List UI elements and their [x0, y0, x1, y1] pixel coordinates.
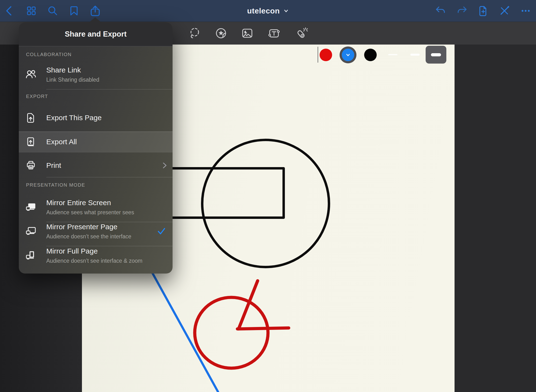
menu-item-subtitle: Link Sharing disabled — [46, 76, 171, 83]
separator — [46, 177, 173, 177]
menu-item-subtitle: Audience doesn’t see the interface — [46, 233, 171, 240]
chevron-down-icon — [345, 52, 351, 58]
separator — [46, 89, 173, 90]
separator — [19, 152, 173, 152]
lasso-tool-button[interactable] — [184, 22, 205, 45]
elements-tool-button[interactable] — [210, 22, 232, 45]
lasso-icon — [188, 27, 201, 40]
menu-item-title: Mirror Presenter Page — [46, 222, 171, 231]
export-all-book-icon — [25, 136, 37, 148]
thickness-option-thin[interactable] — [388, 54, 397, 55]
pen-off-icon — [499, 5, 510, 17]
export-page-icon — [25, 112, 37, 124]
laser-pointer-tool-button[interactable] — [291, 22, 313, 45]
search-icon — [47, 5, 59, 17]
sticker-star-icon — [214, 27, 228, 40]
section-label-collaboration: COLLABORATION — [26, 52, 72, 57]
menu-item-subtitle: Audience doesn’t see interface & zoom — [46, 257, 171, 264]
menu-item-share-link[interactable]: Share Link Link Sharing disabled — [19, 60, 173, 89]
thickness-option-medium[interactable] — [410, 54, 420, 56]
image-tool-button[interactable] — [236, 22, 258, 45]
mirror-presenter-page-icon — [25, 225, 37, 237]
chevron-right-icon — [161, 162, 168, 169]
canvas-background-right — [455, 45, 536, 392]
menu-item-title: Export All — [46, 137, 171, 146]
text-tool-icon — [268, 27, 281, 40]
mirror-entire-screen-icon — [25, 201, 37, 213]
menu-item-print[interactable]: Print — [19, 154, 173, 177]
menu-item-export-all[interactable]: Export All — [19, 131, 173, 152]
menu-item-export-this-page[interactable]: Export This Page — [19, 106, 173, 130]
document-title: utelecon — [247, 7, 280, 15]
top-navigation-bar: utelecon — [0, 0, 536, 22]
bookmark-icon — [68, 5, 80, 17]
undo-icon — [435, 5, 446, 17]
back-chevron-icon — [4, 5, 15, 17]
text-tool-button[interactable] — [263, 22, 285, 45]
laser-pointer-icon — [295, 27, 308, 40]
color-swatch-black[interactable] — [364, 49, 377, 61]
menu-item-title: Mirror Entire Screen — [46, 198, 171, 207]
readonly-mode-button[interactable] — [494, 0, 515, 22]
add-page-icon — [477, 5, 489, 17]
back-button[interactable] — [0, 0, 20, 22]
undo-button[interactable] — [430, 0, 451, 22]
menu-item-title: Print — [46, 161, 171, 170]
page-thumbnails-button[interactable] — [21, 0, 42, 22]
menu-item-mirror-full-page[interactable]: Mirror Full Page Audience doesn’t see in… — [19, 241, 173, 270]
redo-icon — [456, 5, 468, 17]
ellipsis-icon — [520, 5, 531, 17]
popover-header: Share and Export — [19, 22, 173, 46]
bookmark-button[interactable] — [63, 0, 85, 22]
people-icon — [25, 69, 37, 80]
section-label-presentation-mode: PRESENTATION MODE — [26, 182, 85, 188]
mirror-full-page-icon — [25, 250, 37, 261]
printer-icon — [25, 160, 37, 171]
add-page-button[interactable] — [473, 0, 494, 22]
search-button[interactable] — [42, 0, 63, 22]
chevron-down-icon — [283, 8, 289, 14]
menu-item-title: Mirror Full Page — [46, 247, 171, 255]
goodnotes-app-window: utelecon — [0, 0, 536, 392]
section-label-export: EXPORT — [26, 94, 48, 99]
share-export-popover: Share and Export COLLABORATION Share Lin… — [19, 22, 173, 274]
more-options-button[interactable] — [515, 0, 536, 22]
menu-item-subtitle: Audience sees what presenter sees — [46, 209, 171, 216]
checkmark-icon — [157, 227, 166, 235]
thickness-option-thick-selected[interactable] — [426, 46, 446, 64]
page-grid-icon — [26, 5, 37, 17]
share-icon — [89, 5, 101, 17]
redo-button[interactable] — [451, 0, 473, 22]
popover-title: Share and Export — [65, 30, 127, 39]
color-swatch-blue-selected[interactable] — [342, 49, 354, 61]
image-icon — [241, 27, 254, 40]
toolbar-divider — [318, 47, 318, 63]
document-title-button[interactable]: utelecon — [247, 7, 289, 15]
color-swatch-red[interactable] — [320, 49, 332, 61]
menu-item-title: Export This Page — [46, 113, 171, 122]
menu-item-title: Share Link — [46, 66, 171, 74]
